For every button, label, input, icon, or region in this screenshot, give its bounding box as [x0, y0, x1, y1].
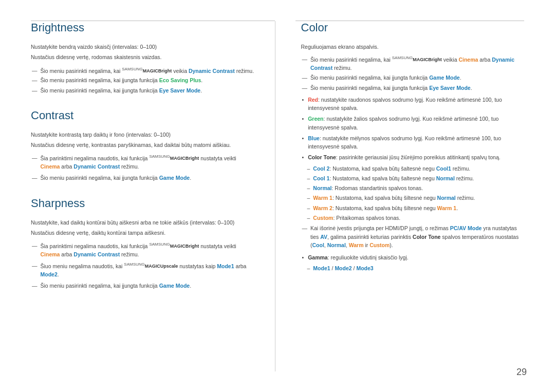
- dynamic-contrast-link3[interactable]: Dynamic Contrast: [73, 251, 120, 257]
- bullet-dot3: •: [302, 134, 304, 151]
- mode2-link[interactable]: Mode2: [41, 271, 58, 277]
- right-column: Color Reguliuojamas ekrano atspalvis. Ši…: [296, 21, 525, 371]
- contrast-p1: Nustatykite kontrastą tarp daiktų ir fon…: [31, 130, 254, 139]
- brightness-dash2: Šio meniu pasirinkti negalima, kai įjung…: [31, 76, 254, 84]
- sharpness-dash3: Šio meniu pasirinkti negalima, kai įjung…: [31, 282, 254, 290]
- gamma-modes-sub: Mode1 / Mode2 / Mode3: [301, 264, 525, 272]
- gamma-label: Gamma: [308, 254, 328, 260]
- sharpness-body: Nustatykite, kad daiktų kontūrai būtų ai…: [31, 218, 254, 290]
- cool1-ref[interactable]: Cool1: [436, 165, 451, 172]
- magicbright-brand2: MAGICBright: [170, 156, 199, 161]
- green-label: Green: [308, 116, 323, 122]
- pcav-mode-link[interactable]: PC/AV Mode: [450, 225, 482, 231]
- normal-label[interactable]: Normal: [313, 185, 331, 191]
- custom-sub: Custom: Pritaikomas spalvos tonas.: [301, 214, 525, 222]
- color-title: Color: [301, 21, 525, 36]
- red-label: Red: [308, 97, 318, 103]
- gamma-bullet: • Gamma: reguliuokite vidutinį skaisčio …: [301, 253, 525, 262]
- normal-sub: Normal: Rodomas standartinis spalvos ton…: [301, 184, 525, 192]
- normal-ref1[interactable]: Normal: [436, 175, 455, 181]
- warm-ref[interactable]: Warm: [349, 242, 364, 248]
- brightness-section: Brightness Nustatykite bendrą vaizdo ska…: [31, 21, 254, 95]
- page-number: 29: [516, 367, 527, 378]
- eco-saving-link[interactable]: Eco Saving Plus: [159, 77, 201, 83]
- cinema-link1[interactable]: Cinema: [41, 163, 60, 170]
- game-mode-link1[interactable]: Game Mode: [159, 175, 190, 181]
- cinema-link2[interactable]: Cinema: [41, 251, 60, 257]
- dynamic-contrast-link2[interactable]: Dynamic Contrast: [73, 163, 120, 170]
- contrast-dash2: Šio meniu pasirinkti negalima, kai įjung…: [31, 174, 254, 182]
- warm2-label[interactable]: Warm 2: [313, 205, 332, 211]
- normal-ref3[interactable]: Normal: [327, 242, 346, 248]
- cool-ref[interactable]: Cool: [312, 242, 324, 248]
- bullet-dot4: •: [302, 153, 304, 161]
- brightness-dash3: Šio meniu pasirinkti negalima, kai įjung…: [31, 86, 254, 95]
- magicbright-brand4: MAGICBright: [413, 57, 442, 62]
- sharpness-section: Sharpness Nustatykite, kad daiktų kontūr…: [31, 197, 254, 290]
- samsung-logo5: SAMSUNG: [392, 55, 413, 60]
- warm1-ref[interactable]: Warm 1: [437, 205, 457, 211]
- brightness-title: Brightness: [31, 21, 254, 36]
- normal-ref2[interactable]: Normal: [437, 195, 456, 201]
- samsung-logo4: SAMSUNG: [124, 262, 144, 267]
- bullet-dot2: •: [302, 115, 304, 132]
- samsung-logo: SAMSUNG: [122, 67, 142, 71]
- sharpness-title: Sharpness: [31, 197, 254, 212]
- game-mode-link3[interactable]: Game Mode: [429, 74, 460, 81]
- av-link[interactable]: AV: [320, 234, 327, 240]
- game-mode-link2[interactable]: Game Mode: [159, 283, 190, 289]
- colortone-label: Color Tone: [308, 154, 336, 160]
- left-column: Brightness Nustatykite bendrą vaizdo ska…: [31, 21, 275, 371]
- contrast-p2: Nustačius didesnę vertę, kontrastas pary…: [31, 141, 254, 149]
- cool2-sub: Cool 2: Nustatoma, kad spalva būtų šalte…: [301, 164, 525, 173]
- blue-bullet: • Blue: nustatykite mėlynos spalvos sodr…: [301, 134, 525, 151]
- brightness-body: Nustatykite bendrą vaizdo skaisčį (inter…: [31, 43, 254, 95]
- custom-ref[interactable]: Custom: [369, 242, 390, 248]
- sharpness-p2: Nustačius didesnę vertę, daiktų kontūrai…: [31, 229, 254, 237]
- eye-saver-link1[interactable]: Eye Saver Mode: [159, 87, 201, 94]
- samsung-logo2: SAMSUNG: [149, 154, 170, 159]
- eye-saver-link2[interactable]: Eye Saver Mode: [429, 85, 471, 91]
- page: Brightness Nustatykite bendrą vaizdo ska…: [0, 0, 555, 392]
- columns: Brightness Nustatykite bendrą vaizdo ska…: [31, 21, 524, 371]
- colortone-ref: Color Tone: [413, 234, 441, 240]
- sharpness-dash2: Šiuo meniu negalima naudotis, kai SAMSUN…: [31, 262, 254, 278]
- blue-label: Blue: [308, 135, 320, 141]
- color-intro: Reguliuojamas ekrano atspalvis.: [301, 43, 525, 51]
- brightness-dash1-text: Šio meniu pasirinkti negalima, kai SAMSU…: [41, 66, 254, 75]
- contrast-body: Nustatykite kontrastą tarp daiktų ir fon…: [31, 130, 254, 182]
- color-dash2: Šio meniu pasirinkti negalima, kai įjung…: [301, 73, 525, 82]
- colortone-bullet: • Color Tone: pasirinkite geriausiai jūs…: [301, 153, 525, 161]
- bullet-dot: •: [302, 96, 304, 113]
- dynamic-contrast-link1[interactable]: Dynamic Contrast: [189, 67, 235, 73]
- color-dash1: Šio meniu pasirinkti negalima, kai SAMSU…: [301, 55, 525, 72]
- warm2-sub: Warm 2: Nustatoma, kad spalva būtų šilte…: [301, 204, 525, 212]
- sharpness-dash1: Šia parinktimi negalima naudotis, kai fu…: [31, 241, 254, 258]
- cool1-label[interactable]: Cool 1: [313, 175, 329, 181]
- color-body: Reguliuojamas ekrano atspalvis. Šio meni…: [301, 43, 525, 273]
- warm1-sub: Warm 1: Nustatoma, kad spalva būtų šilte…: [301, 194, 525, 202]
- warm1-label[interactable]: Warm 1: [313, 195, 332, 201]
- mode1-link[interactable]: Mode1: [217, 263, 234, 269]
- contrast-title: Contrast: [31, 109, 254, 124]
- color-dash3: Šio meniu pasirinkti negalima, kai įjung…: [301, 84, 525, 92]
- brightness-p1: Nustatykite bendrą vaizdo skaisčį (inter…: [31, 43, 254, 51]
- cool2-label[interactable]: Cool 2: [313, 165, 329, 172]
- mode3-gamma[interactable]: Mode3: [356, 265, 373, 271]
- mode2-gamma[interactable]: Mode2: [335, 265, 351, 271]
- magicbright-brand: MAGICBright: [143, 68, 172, 73]
- contrast-section: Contrast Nustatykite kontrastą tarp daik…: [31, 109, 254, 182]
- mode1-gamma[interactable]: Mode1: [313, 265, 330, 271]
- green-bullet: • Green: nustatykite žalios spalvos sodr…: [301, 115, 525, 132]
- samsung-logo3: SAMSUNG: [149, 242, 170, 247]
- pcav-note: Kai išorinė įvestis prijungta per HDMI/D…: [301, 224, 525, 249]
- magicbright-brand3: MAGICBright: [170, 244, 199, 249]
- sharpness-p1: Nustatykite, kad daiktų kontūrai būtų ai…: [31, 218, 254, 227]
- cool1-sub: Cool 1: Nustatoma, kad spalva būtų šalte…: [301, 174, 525, 182]
- bullet-dot5: •: [302, 253, 304, 262]
- brightness-p2: Nustačius didesnę vertę, rodomas skaiste…: [31, 53, 254, 61]
- magicupscale-brand: MAGICUpscale: [145, 264, 178, 269]
- cinema-link3[interactable]: Cinema: [458, 57, 478, 63]
- color-section: Color Reguliuojamas ekrano atspalvis. Ši…: [301, 21, 525, 273]
- custom-label[interactable]: Custom: [313, 215, 333, 221]
